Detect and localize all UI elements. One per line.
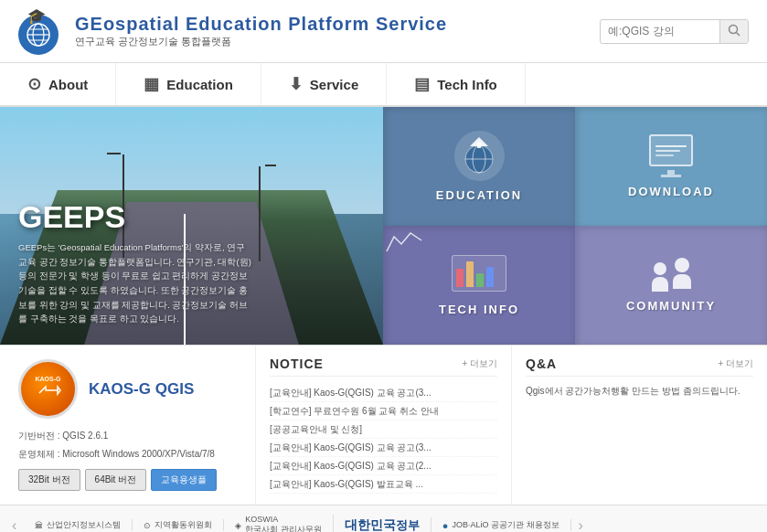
community-icon	[652, 258, 691, 292]
kaos-logo-inner: KAOS-G	[35, 376, 62, 401]
qa-header: Q&A + 더보기	[526, 356, 753, 377]
nars-icon: ⊙	[144, 521, 151, 530]
banner-title: GEEPS	[18, 199, 365, 235]
tile-techinfo[interactable]: TECH INFO	[383, 226, 575, 345]
job-icon: ●	[442, 520, 449, 531]
main-hero: GEEPS GEEPs는 'Geospatial Education Platf…	[0, 107, 767, 345]
notice-item-1[interactable]: [교육안내] Kaos-G(QGIS) 교육 공고(3...	[270, 384, 497, 402]
notice-list: [교육안내] Kaos-G(QGIS) 교육 공고(3... [학교연수] 무료…	[270, 384, 497, 494]
monitor-line2	[655, 150, 680, 152]
banner-desc: GEEPs는 'Geospatial Education Platforms'의…	[18, 240, 256, 326]
nav-service[interactable]: ⬇ Service	[261, 63, 387, 105]
title-area: GEospatial Education Platform Service 연구…	[75, 14, 447, 48]
chart-bar-4	[486, 267, 494, 287]
trend-line	[383, 226, 431, 259]
logo-emblem: 🎓	[18, 7, 66, 55]
nav-service-label: Service	[310, 77, 358, 92]
chart-bar-1	[456, 269, 463, 287]
partners-prev[interactable]: ‹	[5, 517, 24, 533]
search-box[interactable]	[600, 19, 749, 44]
kaos-logo-text: KAOS-G	[36, 376, 61, 383]
notice-item-2[interactable]: [학교연수] 무료연수원 6월 교육 취소 안내	[270, 402, 497, 420]
monitor-base	[661, 175, 681, 177]
kaos-buttons: 32Bit 버전 64Bit 버전 교육용생플	[18, 469, 237, 491]
notice-item-5[interactable]: [교육안내] Kaos-G(QGIS) 교육 공고(2...	[270, 457, 497, 475]
person-head-1	[654, 262, 666, 275]
monitor-frame	[649, 134, 693, 166]
education-globe-icon	[459, 135, 500, 176]
tiles-grid: EDUCATION DOWNLOAD	[383, 107, 767, 345]
techinfo-icon: ▤	[414, 74, 430, 94]
tile-download[interactable]: DOWNLOAD	[575, 107, 767, 226]
service-icon: ⬇	[289, 74, 303, 94]
tile-education[interactable]: EDUCATION	[383, 107, 575, 226]
kaos-arrows	[35, 384, 62, 402]
site-subtitle: 연구교육 공간정보기술 통합플랫폼	[75, 35, 447, 48]
nav-about-label: About	[48, 77, 88, 92]
lamp-arm-left	[107, 153, 121, 154]
btn-edu[interactable]: 교육용생플	[151, 469, 217, 491]
partner-kgis[interactable]: ◈ KOSWIA 한국사회 관리사무원	[224, 515, 334, 532]
notice-item-6[interactable]: [교육안내] Kaos-G(QGIS) 발표교육 ...	[270, 475, 497, 494]
qa-section: Q&A + 더보기 Qgis에서 공간가능처행활 만드는 방법 좀의드립니다.	[512, 346, 767, 505]
partners-next[interactable]: ›	[571, 517, 591, 533]
header: 🎓 GEospatial Education Platform Service …	[0, 0, 767, 63]
tile-community[interactable]: COMMUNITY	[575, 226, 767, 345]
search-input[interactable]	[601, 21, 719, 41]
kgis-icon: ◈	[235, 521, 241, 530]
notice-item-4[interactable]: [교육안내] Kaos-G(QGIS) 교육 공고(3...	[270, 439, 497, 457]
partner-kipris[interactable]: 🏛 산업안지정보시스템	[24, 519, 133, 531]
kaos-os: 운영체제 : Microsoft Windows 2000/XP/Vista/7…	[18, 446, 237, 462]
partner-nars[interactable]: ⊙ 지역활동위원회	[133, 519, 224, 531]
site-title: GEospatial Education Platform Service	[75, 14, 447, 35]
kaos-title-area: KAOS-G QGIS	[89, 380, 194, 399]
qa-content: Qgis에서 공간가능처행활 만드는 방법 좀의드립니다.	[526, 384, 753, 399]
person-left	[652, 262, 668, 292]
partners-bar: ‹ 🏛 산업안지정보시스템 ⊙ 지역활동위원회 ◈ KOSWIA 한국사회 관리…	[0, 505, 767, 532]
nav-techinfo-label: Tech Info	[437, 77, 497, 92]
svg-line-6	[737, 32, 740, 36]
logo-area: 🎓 GEospatial Education Platform Service …	[18, 7, 447, 55]
about-icon: ⊙	[27, 74, 41, 94]
globe-svg	[26, 22, 51, 48]
nav-education-label: Education	[166, 77, 233, 92]
btn-64bit[interactable]: 64Bit 버전	[85, 469, 147, 491]
bottom-section: KAOS-G KAOS-G QGIS 기반버전 : QGIS 2.6.1 운영체…	[0, 345, 767, 505]
nav-techinfo[interactable]: ▤ Tech Info	[387, 63, 526, 105]
kgis-label: KOSWIA 한국사회 관리사무원	[245, 515, 322, 532]
kipris-label: 산업안지정보시스템	[47, 519, 121, 531]
notice-more[interactable]: + 더보기	[462, 357, 497, 370]
partner-job[interactable]: ● JOB·ALiO 공공기관 채용정보	[431, 519, 571, 531]
search-button[interactable]	[719, 20, 748, 43]
gov-icon: 대한민국정부	[345, 517, 420, 533]
nav-about[interactable]: ⊙ About	[0, 63, 116, 105]
btn-32bit[interactable]: 32Bit 버전	[18, 469, 80, 491]
edu-tile-icon	[454, 131, 505, 181]
download-icon	[649, 134, 693, 177]
person-right	[673, 258, 691, 289]
tile-techinfo-label: TECH INFO	[439, 303, 519, 316]
nav-education[interactable]: ▦ Education	[116, 63, 261, 105]
partner-gov[interactable]: 대한민국정부	[334, 517, 431, 533]
lamp-arm-right	[265, 165, 276, 166]
person-body-2	[673, 274, 691, 289]
banner-text: GEEPS GEEPs는 'Geospatial Education Platf…	[18, 199, 365, 326]
person-head-2	[675, 258, 689, 272]
chart-bar-2	[466, 261, 474, 287]
svg-rect-11	[477, 143, 481, 148]
main-nav: ⊙ About ▦ Education ⬇ Service ▤ Tech Inf…	[0, 63, 767, 107]
chart-icon	[452, 255, 506, 292]
person-body-1	[652, 277, 668, 292]
kipris-icon: 🏛	[35, 521, 43, 530]
monitor-line1	[655, 145, 687, 147]
education-icon: ▦	[144, 74, 159, 94]
tile-download-label: DOWNLOAD	[628, 185, 714, 198]
monitor-line3	[655, 154, 674, 156]
qa-more[interactable]: + 더보기	[718, 357, 753, 370]
notice-section: NOTICE + 더보기 [교육안내] Kaos-G(QGIS) 교육 공고(3…	[256, 346, 512, 505]
kaos-version: 기반버전 : QGIS 2.6.1	[18, 428, 237, 443]
notice-item-3[interactable]: [공공교육안내 및 신청]	[270, 420, 497, 439]
kaos-section: KAOS-G KAOS-G QGIS 기반버전 : QGIS 2.6.1 운영체…	[0, 346, 256, 505]
chart-bar-3	[476, 273, 484, 287]
cap-icon: 🎓	[27, 7, 46, 25]
